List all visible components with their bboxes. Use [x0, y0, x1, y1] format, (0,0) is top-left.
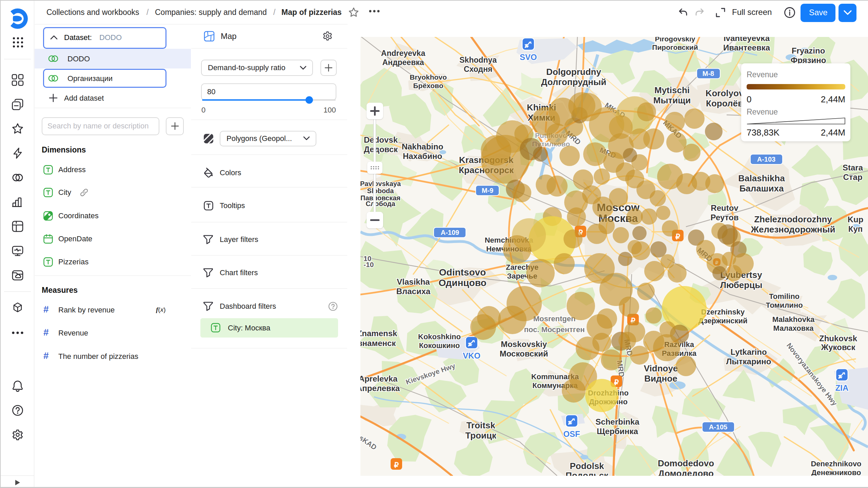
svg-text:Fryazino: Fryazino: [792, 46, 825, 55]
svg-text:Слобода: Слобода: [366, 200, 395, 207]
svg-text:Podolsk: Podolsk: [570, 461, 604, 471]
svg-text:Кокошкино: Кокошкино: [419, 341, 460, 350]
svg-text:Tomilino: Tomilino: [769, 292, 800, 301]
svg-text:Дедовск: Дедовск: [364, 145, 398, 154]
svg-text:Dedovsk: Dedovsk: [364, 135, 398, 144]
svg-text:Scherbinka: Scherbinka: [595, 417, 639, 426]
svg-text:ZIA: ZIA: [835, 383, 849, 392]
svg-text:Korolyov: Korolyov: [706, 88, 744, 98]
svg-text:Дзержинский: Дзержинский: [698, 317, 748, 325]
svg-text:Denezhnikovo: Denezhnikovo: [811, 460, 861, 468]
svg-text:Мытищи: Мытищи: [653, 95, 691, 105]
svg-text:₽: ₽: [394, 461, 399, 469]
svg-text:Domodedovo: Domodedovo: [658, 458, 714, 468]
svg-text:Железнодорожный: Железнодорожный: [751, 224, 835, 235]
svg-text:Жуковск: Жуковск: [821, 343, 856, 352]
svg-text:M-8: M-8: [703, 70, 714, 77]
svg-text:-10: -10: [363, 261, 374, 268]
svg-text:Пироговский: Пироговский: [652, 43, 698, 51]
svg-text:Троицк: Троицк: [465, 430, 497, 441]
svg-text:Ivanteyevka: Ivanteyevka: [724, 37, 770, 43]
svg-text:Долгопрудный: Долгопрудный: [541, 77, 606, 87]
svg-text:Сходня: Сходня: [464, 65, 493, 74]
svg-text:VKO: VKO: [463, 351, 480, 360]
svg-text:Znamensk: Znamensk: [360, 329, 397, 338]
svg-text:Нахабино: Нахабино: [403, 151, 442, 161]
svg-text:Moskovskiy: Moskovskiy: [501, 340, 547, 349]
svg-text:Sloboda: Sloboda: [367, 187, 394, 195]
svg-text:M-9: M-9: [482, 187, 493, 194]
svg-text:Zheleznodorozhny: Zheleznodorozhny: [754, 214, 832, 224]
svg-text:Aprelevka: Aprelevka: [360, 374, 398, 383]
svg-text:Stara: Stara: [843, 163, 863, 172]
svg-text:Kup: Kup: [848, 215, 864, 224]
svg-text:A-105: A-105: [709, 423, 727, 431]
svg-text:Куп: Куп: [848, 224, 863, 233]
svg-text:Vlasikha: Vlasikha: [397, 277, 430, 286]
svg-text:Skhodnya: Skhodnya: [459, 56, 497, 64]
svg-text:пос. Мосрентген: пос. Мосрентген: [524, 325, 585, 334]
svg-text:Kokoshkino: Kokoshkino: [418, 332, 461, 341]
svg-text:знаменск: знаменск: [360, 339, 396, 348]
svg-text:Малаховка: Малаховка: [773, 324, 814, 332]
svg-text:Денежниково: Денежниково: [811, 468, 861, 476]
svg-text:Видное: Видное: [644, 373, 677, 384]
svg-text:Власиха: Власиха: [396, 287, 431, 296]
svg-text:Andreyevka: Andreyevka: [381, 49, 426, 58]
svg-text:Pavlovskaya: Pavlovskaya: [360, 180, 401, 187]
svg-text:Одинцово: Одинцово: [438, 278, 486, 288]
svg-text:Апрелевка: Апрелевка: [360, 384, 400, 393]
svg-text:Королёв: Королёв: [706, 98, 743, 108]
svg-text:Mosrentgen: Mosrentgen: [533, 314, 576, 323]
svg-text:Troitsk: Troitsk: [466, 420, 495, 430]
svg-text:Reutov: Reutov: [711, 203, 738, 212]
svg-text:Balashikha: Balashikha: [738, 173, 785, 183]
svg-text:Vidnoye: Vidnoye: [644, 363, 678, 373]
svg-text:Андреевка: Андреевка: [382, 58, 424, 67]
svg-text:Bryokhovo: Bryokhovo: [410, 73, 447, 81]
svg-text:Томилино: Томилино: [766, 301, 803, 309]
svg-text:Dzerzhinsky: Dzerzhinsky: [701, 308, 745, 316]
svg-text:Лыткарино: Лыткарино: [726, 357, 771, 366]
svg-text:Подольск: Подольск: [566, 470, 609, 476]
svg-text:Odintsovo: Odintsovo: [439, 267, 486, 278]
svg-text:OSF: OSF: [563, 429, 580, 439]
svg-text:Dolgoprudny: Dolgoprudny: [546, 67, 601, 77]
svg-text:Домодедово: Домодедово: [658, 468, 714, 476]
svg-text:Реутов: Реутов: [711, 213, 739, 222]
svg-text:Malakhovka: Malakhovka: [772, 315, 815, 324]
svg-text:Стар: Стар: [843, 172, 862, 182]
svg-text:Zhukovsk: Zhukovsk: [819, 334, 857, 343]
svg-text:Pirogovskiy: Pirogovskiy: [655, 37, 695, 43]
svg-text:Щербинка: Щербинка: [597, 427, 638, 436]
svg-text:Mytischi: Mytischi: [654, 85, 690, 95]
svg-text:Lytkarino: Lytkarino: [730, 347, 767, 357]
svg-text:Брёхово: Брёхово: [413, 82, 443, 89]
svg-text:Люберцы: Люберцы: [720, 280, 763, 290]
svg-text:A-109: A-109: [441, 229, 459, 236]
svg-text:SVO: SVO: [520, 53, 537, 62]
svg-text:Балашиха: Балашиха: [739, 183, 784, 194]
svg-text:Ивантеевка: Ивантеевка: [723, 43, 770, 52]
svg-text:Nakhabino: Nakhabino: [402, 142, 443, 151]
svg-text:A-103: A-103: [757, 156, 775, 163]
svg-text:Московский: Московский: [499, 349, 548, 358]
